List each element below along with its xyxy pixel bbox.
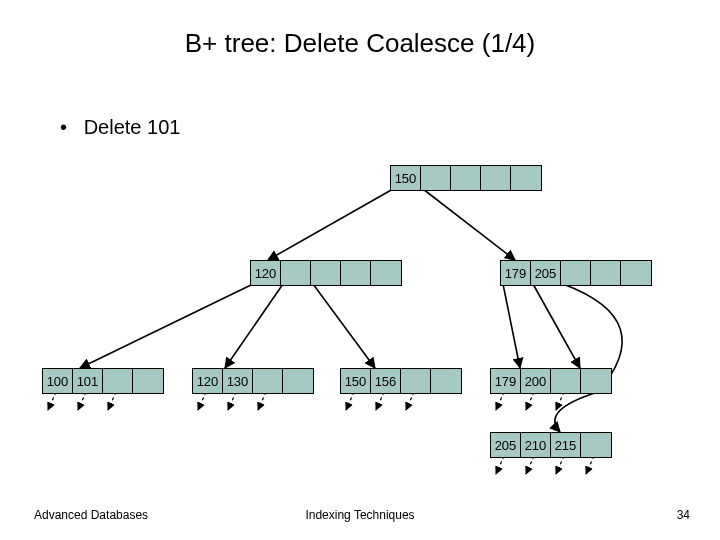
btree-node-root: 150: [390, 165, 542, 191]
bullet-line: • Delete 101: [60, 116, 180, 139]
node-cell: 101: [73, 369, 103, 393]
record-pointer: [496, 392, 504, 410]
record-pointer: [376, 392, 384, 410]
node-cell: 200: [521, 369, 551, 393]
btree-node-leaf-c: 150156: [340, 368, 462, 394]
node-cell: [283, 369, 313, 393]
record-pointer: [78, 392, 86, 410]
node-cell: 215: [551, 433, 581, 457]
node-cell: [133, 369, 163, 393]
node-cell: [621, 261, 651, 285]
record-pointer: [108, 392, 116, 410]
btree-node-mid-left: 120: [250, 260, 402, 286]
node-cell: [401, 369, 431, 393]
pointer-arrow: [313, 284, 375, 368]
node-cell: [511, 166, 541, 190]
node-cell: 100: [43, 369, 73, 393]
record-pointer: [406, 392, 414, 410]
record-pointer: [346, 392, 354, 410]
record-pointer: [48, 392, 56, 410]
node-cell: 120: [193, 369, 223, 393]
pointer-arrow: [80, 284, 253, 368]
record-pointer: [556, 456, 564, 474]
record-pointer: [258, 392, 266, 410]
btree-node-leaf-e: 205210215: [490, 432, 612, 458]
pointer-arrow: [555, 392, 598, 432]
btree-node-mid-right: 179205: [500, 260, 652, 286]
btree-node-leaf-b: 120130: [192, 368, 314, 394]
node-cell: [341, 261, 371, 285]
node-cell: 156: [371, 369, 401, 393]
node-cell: [581, 433, 611, 457]
record-pointer: [228, 392, 236, 410]
node-cell: 210: [521, 433, 551, 457]
footer-right: 34: [677, 508, 690, 522]
node-cell: [481, 166, 511, 190]
record-pointer: [526, 392, 534, 410]
pointer-arrow: [533, 284, 580, 368]
page-title: B+ tree: Delete Coalesce (1/4): [0, 28, 720, 59]
node-cell: [103, 369, 133, 393]
record-pointer: [556, 392, 564, 410]
node-cell: [451, 166, 481, 190]
node-cell: 130: [223, 369, 253, 393]
pointer-arrow: [268, 189, 393, 260]
record-pointer: [586, 456, 594, 474]
node-cell: 120: [251, 261, 281, 285]
node-cell: [371, 261, 401, 285]
record-pointer: [198, 392, 206, 410]
bullet-text: Delete 101: [84, 116, 181, 138]
node-cell: 205: [491, 433, 521, 457]
node-cell: 205: [531, 261, 561, 285]
node-cell: [311, 261, 341, 285]
record-pointer: [526, 456, 534, 474]
node-cell: [431, 369, 461, 393]
btree-node-leaf-d: 179200: [490, 368, 612, 394]
node-cell: [253, 369, 283, 393]
node-cell: 150: [391, 166, 421, 190]
footer-center: Indexing Techniques: [0, 508, 720, 522]
node-cell: 179: [501, 261, 531, 285]
node-cell: 150: [341, 369, 371, 393]
btree-node-leaf-a: 100101: [42, 368, 164, 394]
pointer-arrow: [423, 189, 515, 260]
node-cell: [591, 261, 621, 285]
node-cell: [281, 261, 311, 285]
node-cell: [421, 166, 451, 190]
node-cell: [561, 261, 591, 285]
bullet-dot: •: [60, 116, 84, 138]
record-pointer: [496, 456, 504, 474]
node-cell: [551, 369, 581, 393]
pointer-arrow: [503, 284, 520, 368]
node-cell: [581, 369, 611, 393]
pointer-arrow: [225, 284, 283, 368]
node-cell: 179: [491, 369, 521, 393]
